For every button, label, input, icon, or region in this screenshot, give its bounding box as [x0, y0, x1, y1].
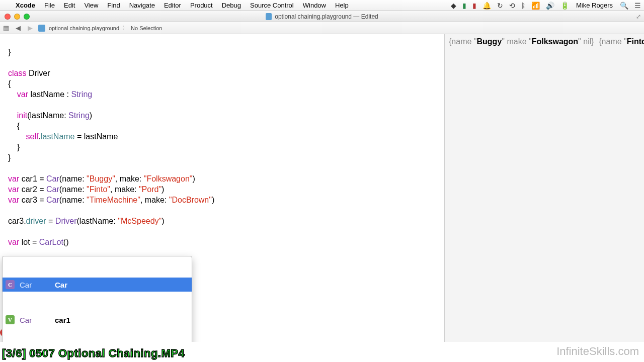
completion-item[interactable]: V Car car1 — [3, 313, 192, 327]
menubar-user[interactable]: Mike Rogers — [572, 2, 617, 9]
breadcrumb-file[interactable]: optional chaining.playground — [48, 25, 120, 31]
completion-type: Car — [20, 315, 50, 325]
breadcrumb-selection[interactable]: No Selection — [130, 25, 163, 31]
document-icon — [266, 13, 272, 20]
window-title: optional chaining.playground — Edited — [0, 13, 644, 20]
menu-source-control[interactable]: Source Control — [246, 2, 298, 9]
menu-help[interactable]: Help — [331, 2, 353, 9]
kind-badge-class: C — [6, 280, 15, 289]
breadcrumb-separator: 〉 — [120, 24, 130, 32]
nav-back-icon[interactable]: ◀ — [12, 24, 24, 32]
completion-item[interactable]: C Car Car — [3, 278, 192, 292]
menu-product[interactable]: Product — [186, 2, 217, 9]
main-split: } class Driver { var lastName : String i… — [0, 34, 644, 342]
status-icon-1[interactable]: ▮ — [459, 2, 469, 10]
kind-badge-var: V — [6, 315, 15, 324]
menu-editor[interactable]: Editor — [159, 2, 186, 9]
sync-icon[interactable]: ↻ — [494, 2, 506, 10]
menu-window[interactable]: Window — [298, 2, 331, 9]
menu-file[interactable]: File — [40, 2, 59, 9]
menu-find[interactable]: Find — [103, 2, 124, 9]
spotlight-icon[interactable]: 🔍 — [617, 2, 631, 10]
completion-popup[interactable]: C Car Car V Car car1 V Car car2 V Car ca… — [2, 256, 192, 342]
wifi-icon[interactable]: 📶 — [528, 2, 543, 10]
window-titlebar: optional chaining.playground — Edited ⤢ — [0, 11, 644, 22]
menu-edit[interactable]: Edit — [59, 2, 79, 9]
playground-icon — [38, 25, 45, 32]
menu-app[interactable]: Xcode — [11, 2, 40, 9]
video-overlay-label: [3/6] 0507 Optional Chaining.MP4 — [2, 347, 185, 360]
menu-navigate[interactable]: Navigate — [125, 2, 159, 9]
editor-navbar: ▦ ◀ ▶ optional chaining.playground 〉 No … — [0, 22, 644, 34]
completion-name: Car — [55, 280, 67, 290]
menubar[interactable]: Xcode File Edit View Find Navigate Edito… — [0, 0, 644, 11]
timemachine-icon[interactable]: ⟲ — [506, 2, 518, 10]
fullscreen-icon[interactable]: ⤢ — [636, 13, 641, 20]
status-icon-2[interactable]: ▮ — [469, 2, 479, 10]
notification-center-icon[interactable]: ☰ — [631, 2, 644, 10]
menu-debug[interactable]: Debug — [217, 2, 246, 9]
window-title-text: optional chaining.playground — Edited — [275, 13, 378, 20]
menu-view[interactable]: View — [79, 2, 103, 9]
notifications-icon[interactable]: 🔔 — [479, 2, 494, 10]
related-items-icon[interactable]: ▦ — [0, 24, 12, 32]
brand-watermark: InfiniteSkills.com — [556, 345, 639, 358]
battery-icon[interactable]: 🔋 — [557, 2, 572, 10]
results-sidebar: {name "Buggy" make "Folkswagon" nil} {na… — [445, 34, 644, 342]
completion-type: Car — [20, 280, 50, 290]
completion-name: car1 — [55, 315, 70, 325]
volume-icon[interactable]: 🔊 — [543, 2, 557, 10]
code-editor[interactable]: } class Driver { var lastName : String i… — [0, 34, 445, 342]
evernote-icon[interactable]: ◆ — [448, 2, 459, 10]
bluetooth-icon[interactable]: ᛒ — [518, 2, 528, 10]
nav-forward-icon[interactable]: ▶ — [24, 24, 36, 32]
